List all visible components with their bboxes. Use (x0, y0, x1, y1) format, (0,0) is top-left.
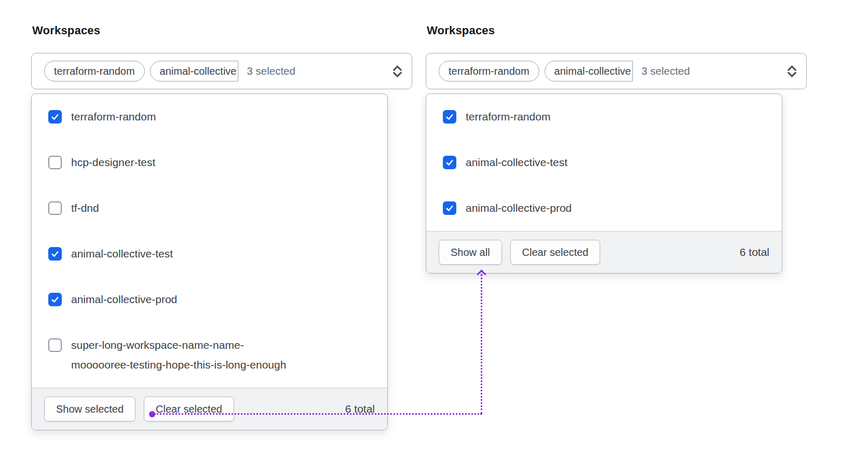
chevron-up-down-icon (391, 64, 403, 78)
workspaces-label: Workspaces (427, 23, 807, 38)
option-label: super-long-workspace-name-name-moooooree… (71, 335, 286, 375)
selected-count: 3 selected (641, 65, 689, 77)
checkbox-checked[interactable] (443, 110, 456, 124)
option-label: hcp-designer-test (71, 153, 155, 172)
option-row[interactable]: terraform-random (32, 94, 387, 140)
option-row[interactable]: tf-dnd (32, 185, 387, 231)
clear-selected-button[interactable]: Clear selected (144, 397, 234, 421)
show-selected-button[interactable]: Show selected (44, 397, 135, 421)
option-row[interactable]: super-long-workspace-name-name-moooooree… (32, 322, 387, 388)
workspaces-label: Workspaces (32, 23, 412, 38)
option-label: terraform-random (71, 107, 156, 127)
options-list: terraform-random hcp-designer-test tf-dn… (32, 94, 387, 388)
workspaces-multiselect-before: Workspaces terraform-random animal-colle… (31, 23, 412, 430)
option-label: terraform-random (466, 107, 550, 127)
checkbox-checked[interactable] (48, 247, 62, 261)
option-row[interactable]: terraform-random (426, 94, 782, 140)
checkbox-unchecked[interactable] (48, 201, 62, 215)
checkbox-unchecked[interactable] (48, 156, 62, 169)
dropdown-footer: Show selected Clear selected 6 total (32, 388, 387, 430)
selected-tag: terraform-random (439, 61, 539, 81)
option-row[interactable]: animal-collective-prod (32, 277, 387, 322)
checkbox-checked[interactable] (443, 201, 456, 215)
option-label: animal-collective-test (71, 244, 173, 264)
total-count: 6 total (740, 246, 769, 258)
option-label: tf-dnd (71, 198, 99, 218)
option-label: animal-collective-prod (466, 198, 572, 218)
clear-selected-button[interactable]: Clear selected (510, 240, 601, 265)
option-row[interactable]: animal-collective-test (426, 140, 782, 185)
selected-tag-clipped: animal-collective (545, 61, 633, 81)
multiselect-trigger[interactable]: terraform-random animal-collective 3 sel… (426, 53, 807, 89)
option-label: animal-collective-test (466, 153, 567, 172)
option-row[interactable]: animal-collective-test (32, 231, 387, 277)
selected-tag: terraform-random (44, 61, 145, 81)
workspaces-multiselect-after: Workspaces terraform-random animal-colle… (426, 23, 807, 274)
option-label: animal-collective-prod (71, 290, 177, 309)
checkbox-checked[interactable] (48, 293, 62, 306)
option-row[interactable]: hcp-designer-test (32, 140, 387, 185)
multiselect-trigger[interactable]: terraform-random animal-collective 3 sel… (31, 53, 412, 89)
chevron-up-down-icon (786, 64, 798, 78)
dropdown-footer: Show all Clear selected 6 total (426, 231, 782, 273)
selected-count: 3 selected (247, 65, 295, 77)
checkbox-checked[interactable] (48, 110, 62, 124)
total-count: 6 total (345, 403, 375, 415)
options-list: terraform-random animal-collective-test … (426, 94, 782, 231)
option-row[interactable]: animal-collective-prod (426, 185, 782, 231)
checkbox-checked[interactable] (443, 156, 456, 169)
annotation-line-vertical (481, 274, 482, 414)
multiselect-dropdown: terraform-random animal-collective-test … (426, 93, 782, 274)
checkbox-unchecked[interactable] (48, 338, 62, 352)
show-all-button[interactable]: Show all (439, 240, 502, 265)
selected-tag-clipped: animal-collective (150, 61, 239, 81)
multiselect-dropdown: terraform-random hcp-designer-test tf-dn… (31, 93, 388, 430)
